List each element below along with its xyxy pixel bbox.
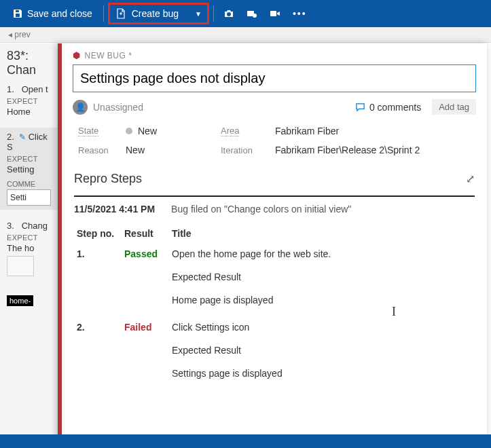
repro-timestamp: 11/5/2021 4:41 PM (74, 204, 155, 214)
comments-link[interactable]: 0 comments (355, 102, 421, 113)
col-title: Title (169, 224, 475, 243)
ellipsis-icon: ••• (293, 8, 307, 19)
step-title-cell: Click Settings iconExpected ResultSettin… (169, 316, 475, 390)
new-doc-icon (115, 8, 126, 19)
bug-title-input[interactable] (73, 64, 476, 92)
iteration-value[interactable]: Fabrikam Fiber\Release 2\Sprint 2 (275, 145, 471, 155)
save-close-button[interactable]: Save and close (5, 3, 99, 24)
state-dot-icon (126, 128, 132, 134)
state-label: State (78, 126, 98, 136)
prev-link[interactable]: ◂ prev (8, 30, 31, 39)
attachment-chip[interactable]: home- (7, 295, 33, 306)
add-tag-button[interactable]: Add tag (432, 99, 476, 115)
comment-input[interactable]: Setti (7, 189, 51, 206)
repro-steps-table: Step no. Result Title 1.PassedOpen the h… (74, 224, 475, 390)
area-value[interactable]: Fabrikam Fiber (275, 126, 471, 136)
repro-steps-heading: Repro Steps (74, 172, 142, 186)
screenshot-thumbnail[interactable] (7, 256, 34, 276)
repro-step-row: 2.FailedClick Settings iconExpected Resu… (74, 316, 475, 390)
col-stepno: Step no. (74, 224, 122, 243)
new-bug-panel: ⬢ NEW BUG * 👤 Unassigned 0 comments Add … (58, 43, 487, 444)
work-item-type: ⬢ NEW BUG * (73, 50, 476, 60)
sidebar-step-3[interactable]: 3. Chang EXPECT The ho (7, 221, 51, 276)
iteration-label: Iteration (221, 145, 275, 155)
step-result: Passed (122, 243, 169, 316)
toolbar-divider (103, 5, 104, 22)
col-result: Result (122, 224, 169, 243)
camera-icon (223, 8, 234, 19)
svg-rect-2 (270, 11, 276, 16)
repro-filed-on: Bug filed on "Change colors on initial v… (171, 204, 351, 214)
repro-step-row: 1.PassedOpen the home page for the web s… (74, 243, 475, 316)
video-button[interactable] (264, 3, 286, 24)
edit-icon: ✎ (19, 132, 26, 142)
screenshot-button[interactable] (218, 3, 240, 24)
step-number: 2. (74, 316, 122, 390)
chevron-down-icon: ▼ (195, 10, 202, 18)
bug-icon: ⬢ (73, 50, 81, 60)
sidebar-step-2[interactable]: 2.✎ Click S EXPECT Setting COMME Setti (0, 128, 58, 210)
video-icon (270, 8, 280, 19)
text-cursor-icon: I (392, 305, 396, 319)
assignee-picker[interactable]: 👤 Unassigned (73, 100, 143, 115)
create-bug-button[interactable]: Create bug ▼ (108, 3, 209, 24)
person-icon: 👤 (73, 100, 88, 115)
footer-bar (0, 434, 491, 448)
reason-label: Reason (78, 145, 126, 155)
prev-nav-bar: ◂ prev (0, 27, 491, 43)
step-title-cell: Open the home page for the web site.Expe… (169, 243, 475, 316)
step-result: Failed (122, 316, 169, 390)
action-log-button[interactable] (241, 3, 263, 24)
save-icon (12, 8, 23, 19)
comment-icon (355, 102, 365, 112)
top-toolbar: Save and close Create bug ▼ ••• (0, 0, 491, 27)
sidebar-step-1[interactable]: 1. Open t EXPECT Home (7, 84, 51, 117)
record-icon (247, 8, 257, 19)
state-value[interactable]: New (126, 126, 221, 136)
step-number: 1. (74, 243, 122, 316)
toolbar-divider (213, 5, 214, 22)
more-button[interactable]: ••• (287, 3, 312, 24)
reason-value[interactable]: New (126, 145, 221, 155)
bug-fields-grid: State New Area Fabrikam Fiber Reason New… (62, 122, 487, 165)
svg-point-1 (253, 14, 257, 18)
test-case-title: 83*: Chan (7, 49, 51, 77)
area-label: Area (221, 126, 239, 136)
save-close-label: Save and close (27, 8, 92, 19)
repro-steps-body: 11/5/2021 4:41 PM Bug filed on "Change c… (62, 193, 487, 400)
expand-icon[interactable]: ⤢ (466, 172, 475, 185)
create-bug-label: Create bug (132, 8, 179, 19)
divider (74, 195, 475, 197)
test-steps-sidebar: 83*: Chan 1. Open t EXPECT Home 2.✎ Clic… (0, 43, 58, 448)
